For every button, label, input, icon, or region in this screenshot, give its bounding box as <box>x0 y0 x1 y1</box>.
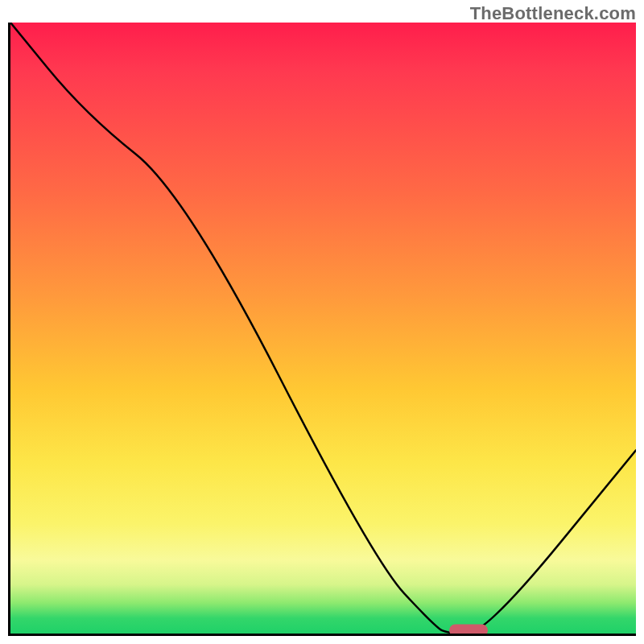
bottleneck-curve <box>10 23 636 634</box>
plot-area <box>8 23 636 636</box>
optimal-marker <box>449 625 488 636</box>
curve-svg <box>10 23 636 634</box>
watermark-text: TheBottleneck.com <box>470 3 636 24</box>
chart-canvas: TheBottleneck.com <box>0 0 644 644</box>
